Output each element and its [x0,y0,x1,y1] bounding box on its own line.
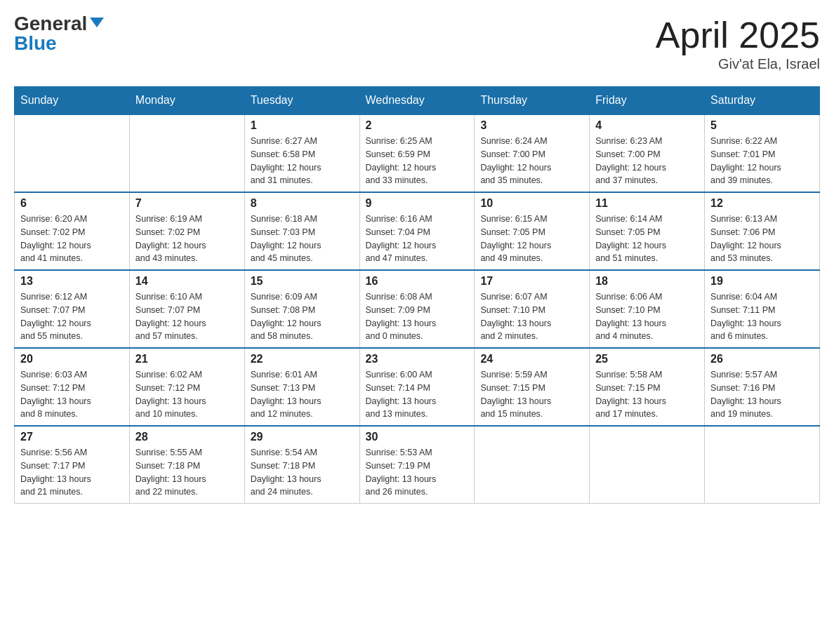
day-number: 17 [480,275,583,288]
weekday-header-monday: Monday [129,87,244,115]
day-number: 19 [710,275,814,288]
day-info: Sunrise: 6:23 AMSunset: 7:00 PMDaylight:… [595,135,699,187]
calendar-week-row: 13Sunrise: 6:12 AMSunset: 7:07 PMDayligh… [15,270,820,348]
calendar-day-cell: 17Sunrise: 6:07 AMSunset: 7:10 PMDayligh… [475,270,590,348]
day-number: 10 [480,197,583,210]
calendar-day-cell: 21Sunrise: 6:02 AMSunset: 7:12 PMDayligh… [129,348,244,426]
day-info: Sunrise: 6:15 AMSunset: 7:05 PMDaylight:… [480,213,583,265]
day-info: Sunrise: 6:12 AMSunset: 7:07 PMDaylight:… [20,290,124,343]
weekday-header-sunday: Sunday [15,87,130,115]
day-info: Sunrise: 6:02 AMSunset: 7:12 PMDaylight:… [135,368,239,421]
day-number: 23 [366,353,469,365]
day-info: Sunrise: 6:07 AMSunset: 7:10 PMDaylight:… [480,290,583,343]
day-number: 2 [366,119,469,132]
logo-triangle-icon [90,18,104,27]
calendar-day-cell: 1Sunrise: 6:27 AMSunset: 6:58 PMDaylight… [244,114,359,192]
calendar-day-cell: 20Sunrise: 6:03 AMSunset: 7:12 PMDayligh… [15,348,130,426]
day-number: 4 [595,119,699,132]
day-number: 9 [366,197,469,210]
day-number: 20 [20,353,124,365]
calendar-day-cell [475,426,590,504]
day-info: Sunrise: 5:54 AMSunset: 7:18 PMDaylight:… [251,446,354,499]
day-number: 14 [135,275,239,288]
day-number: 27 [20,431,124,443]
calendar-day-cell: 10Sunrise: 6:15 AMSunset: 7:05 PMDayligh… [475,192,590,270]
day-number: 25 [595,353,699,365]
weekday-header-thursday: Thursday [475,87,590,115]
day-number: 22 [251,353,354,365]
day-number: 13 [20,275,124,288]
day-info: Sunrise: 6:01 AMSunset: 7:13 PMDaylight:… [251,368,354,421]
day-number: 28 [135,431,239,443]
day-info: Sunrise: 6:13 AMSunset: 7:06 PMDaylight:… [710,213,814,265]
calendar-day-cell: 4Sunrise: 6:23 AMSunset: 7:00 PMDaylight… [590,114,705,192]
calendar-day-cell: 19Sunrise: 6:04 AMSunset: 7:11 PMDayligh… [705,270,820,348]
calendar-day-cell: 11Sunrise: 6:14 AMSunset: 7:05 PMDayligh… [590,192,705,270]
calendar-day-cell [15,114,130,192]
day-info: Sunrise: 6:00 AMSunset: 7:14 PMDaylight:… [366,368,469,421]
page-header: General Blue April 2025 Giv'at Ela, Isra… [14,14,820,72]
calendar-day-cell: 2Sunrise: 6:25 AMSunset: 6:59 PMDaylight… [359,114,475,192]
day-number: 16 [366,275,469,288]
calendar-day-cell: 27Sunrise: 5:56 AMSunset: 7:17 PMDayligh… [15,426,130,504]
day-number: 12 [710,197,814,210]
weekday-header-wednesday: Wednesday [359,87,475,115]
day-info: Sunrise: 6:19 AMSunset: 7:02 PMDaylight:… [135,213,239,265]
calendar-day-cell: 24Sunrise: 5:59 AMSunset: 7:15 PMDayligh… [475,348,590,426]
location-subtitle: Giv'at Ela, Israel [656,56,820,72]
day-number: 18 [595,275,699,288]
calendar-day-cell: 30Sunrise: 5:53 AMSunset: 7:19 PMDayligh… [359,426,475,504]
day-info: Sunrise: 6:18 AMSunset: 7:03 PMDaylight:… [251,213,354,265]
weekday-header-tuesday: Tuesday [244,87,359,115]
calendar-day-cell: 26Sunrise: 5:57 AMSunset: 7:16 PMDayligh… [705,348,820,426]
calendar-day-cell: 22Sunrise: 6:01 AMSunset: 7:13 PMDayligh… [244,348,359,426]
logo-blue-text: Blue [14,34,57,53]
logo: General Blue [14,14,104,53]
day-info: Sunrise: 6:25 AMSunset: 6:59 PMDaylight:… [366,135,469,187]
day-number: 1 [251,119,354,132]
weekday-header-saturday: Saturday [705,87,820,115]
calendar-table: SundayMondayTuesdayWednesdayThursdayFrid… [14,86,820,504]
day-info: Sunrise: 6:09 AMSunset: 7:08 PMDaylight:… [251,290,354,343]
day-number: 6 [20,197,124,210]
day-info: Sunrise: 6:14 AMSunset: 7:05 PMDaylight:… [595,213,699,265]
calendar-day-cell: 3Sunrise: 6:24 AMSunset: 7:00 PMDaylight… [475,114,590,192]
day-info: Sunrise: 5:56 AMSunset: 7:17 PMDaylight:… [20,446,124,499]
calendar-day-cell: 12Sunrise: 6:13 AMSunset: 7:06 PMDayligh… [705,192,820,270]
calendar-day-cell [590,426,705,504]
day-number: 26 [710,353,814,365]
calendar-day-cell: 13Sunrise: 6:12 AMSunset: 7:07 PMDayligh… [15,270,130,348]
calendar-day-cell: 8Sunrise: 6:18 AMSunset: 7:03 PMDaylight… [244,192,359,270]
day-info: Sunrise: 6:22 AMSunset: 7:01 PMDaylight:… [710,135,814,187]
calendar-week-row: 1Sunrise: 6:27 AMSunset: 6:58 PMDaylight… [15,114,820,192]
weekday-header-row: SundayMondayTuesdayWednesdayThursdayFrid… [15,87,820,115]
day-info: Sunrise: 6:08 AMSunset: 7:09 PMDaylight:… [366,290,469,343]
calendar-day-cell: 14Sunrise: 6:10 AMSunset: 7:07 PMDayligh… [129,270,244,348]
calendar-day-cell [705,426,820,504]
day-info: Sunrise: 6:10 AMSunset: 7:07 PMDaylight:… [135,290,239,343]
calendar-day-cell: 29Sunrise: 5:54 AMSunset: 7:18 PMDayligh… [244,426,359,504]
calendar-day-cell: 7Sunrise: 6:19 AMSunset: 7:02 PMDaylight… [129,192,244,270]
calendar-week-row: 27Sunrise: 5:56 AMSunset: 7:17 PMDayligh… [15,426,820,504]
calendar-day-cell: 16Sunrise: 6:08 AMSunset: 7:09 PMDayligh… [359,270,475,348]
day-number: 29 [251,431,354,443]
day-number: 30 [366,431,469,443]
weekday-header-friday: Friday [590,87,705,115]
day-number: 3 [480,119,583,132]
calendar-day-cell: 23Sunrise: 6:00 AMSunset: 7:14 PMDayligh… [359,348,475,426]
day-number: 7 [135,197,239,210]
day-info: Sunrise: 6:20 AMSunset: 7:02 PMDaylight:… [20,213,124,265]
day-info: Sunrise: 6:04 AMSunset: 7:11 PMDaylight:… [710,290,814,343]
logo-general-text: General [14,14,87,34]
day-info: Sunrise: 5:55 AMSunset: 7:18 PMDaylight:… [135,446,239,499]
day-number: 24 [480,353,583,365]
calendar-day-cell: 15Sunrise: 6:09 AMSunset: 7:08 PMDayligh… [244,270,359,348]
day-number: 5 [710,119,814,132]
month-year-title: April 2025 [656,14,820,56]
day-info: Sunrise: 5:59 AMSunset: 7:15 PMDaylight:… [480,368,583,421]
day-number: 8 [251,197,354,210]
day-number: 11 [595,197,699,210]
day-info: Sunrise: 6:24 AMSunset: 7:00 PMDaylight:… [480,135,583,187]
day-info: Sunrise: 6:03 AMSunset: 7:12 PMDaylight:… [20,368,124,421]
day-info: Sunrise: 5:57 AMSunset: 7:16 PMDaylight:… [710,368,814,421]
